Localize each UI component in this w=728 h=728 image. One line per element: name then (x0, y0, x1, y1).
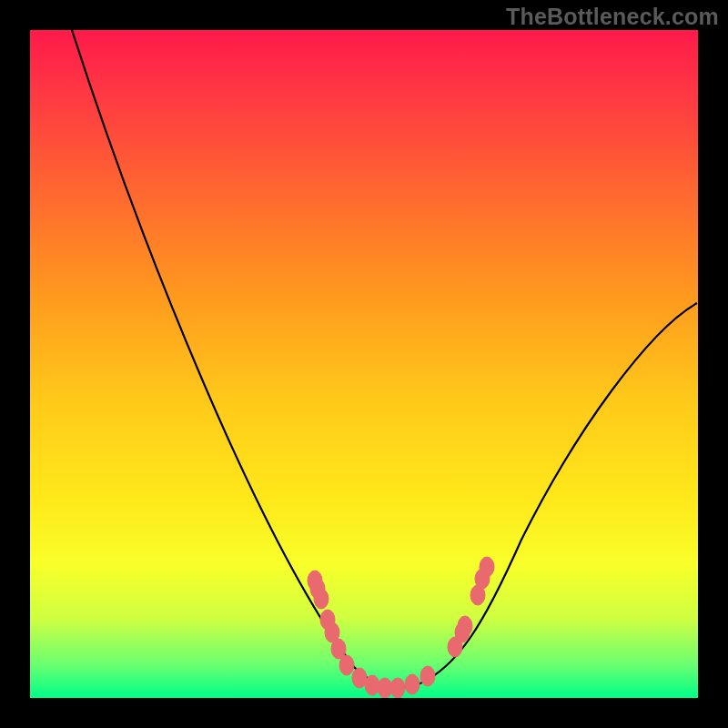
curve-marker (420, 666, 435, 686)
curve-marker (458, 616, 472, 636)
curve-marker (314, 589, 329, 609)
curve-marker (390, 678, 405, 698)
chart-svg (30, 30, 698, 698)
curve-marker (365, 675, 379, 695)
watermark-text: TheBottleneck.com (506, 4, 719, 30)
marker-group (308, 557, 494, 698)
plot-area (30, 30, 698, 698)
curve-marker (405, 674, 420, 694)
chart-frame: TheBottleneck.com (0, 0, 728, 728)
curve-marker (480, 557, 494, 577)
curve-marker (339, 655, 354, 675)
bottleneck-curve (72, 30, 697, 688)
